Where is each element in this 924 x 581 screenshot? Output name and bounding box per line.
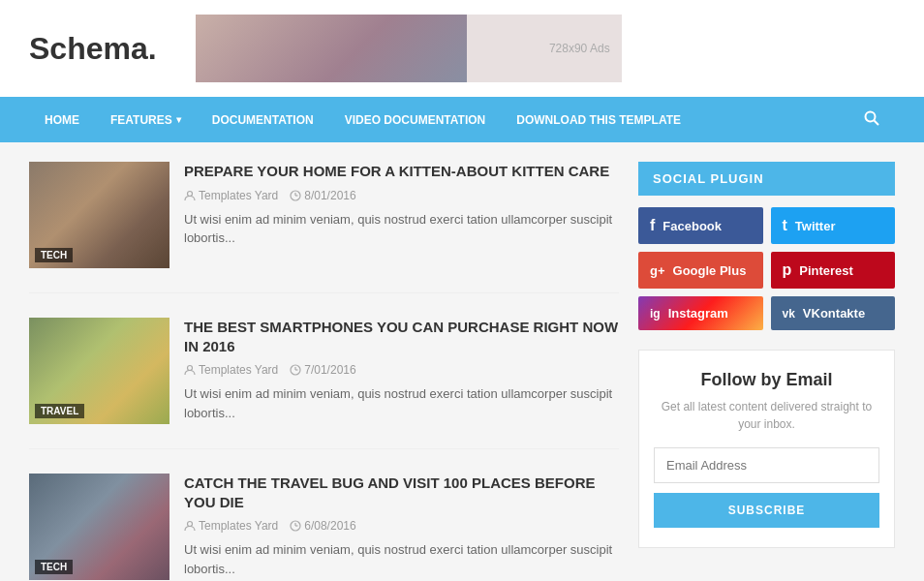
social-plugin: SOCIAL PLUGIN f Facebook t Twitter g+ Go… [638,162,895,330]
nav-features[interactable]: FEATURES ▾ [95,100,197,140]
twitter-button[interactable]: t Twitter [771,207,896,244]
svg-point-6 [188,366,193,371]
google-plus-icon: g+ [650,263,665,278]
article-title[interactable]: PREPARE YOUR HOME FOR A KITTEN-ABOUT KIT… [184,162,619,181]
email-input[interactable] [654,447,879,483]
article-date: 6/08/2016 [290,519,355,533]
instagram-button[interactable]: ig Instagram [638,296,763,330]
article-item: TECH PREPARE YOUR HOME FOR A KITTEN-ABOU… [29,162,619,293]
nav-documentation[interactable]: DOCUMENTATION [197,100,329,140]
follow-email-desc: Get all latest content delivered straigh… [654,398,879,433]
ad-banner-image: 728x90 Ads [196,15,622,82]
article-author: Templates Yard [184,189,278,202]
article-author: Templates Yard [184,363,278,377]
svg-point-0 [866,112,876,122]
article-title[interactable]: CATCH THE TRAVEL BUG AND VISIT 100 PLACE… [184,474,619,511]
article-excerpt: Ut wisi enim ad minim veniam, quis nostr… [184,540,619,578]
article-excerpt: Ut wisi enim ad minim veniam, quis nostr… [184,210,619,248]
follow-email-widget: Follow by Email Get all latest content d… [638,350,895,548]
vk-icon: vk [783,307,795,321]
svg-point-2 [188,191,193,196]
logo-text: Schema [29,31,148,66]
logo-dot: . [148,31,157,66]
sidebar: SOCIAL PLUGIN f Facebook t Twitter g+ Go… [638,162,895,581]
article-tag: TECH [35,248,73,262]
article-list: TECH PREPARE YOUR HOME FOR A KITTEN-ABOU… [29,162,619,581]
svg-line-1 [875,121,879,126]
social-grid: f Facebook t Twitter g+ Google Plus p Pi… [638,207,895,330]
article-meta: Templates Yard 6/08/2016 [184,519,619,533]
subscribe-button[interactable]: SUBSCRIBE [654,493,879,528]
search-button[interactable] [848,97,895,142]
facebook-button[interactable]: f Facebook [638,207,763,244]
header: Schema. 728x90 Ads [0,0,924,97]
pinterest-button[interactable]: p Pinterest [771,252,896,289]
follow-email-title: Follow by Email [654,370,879,390]
article-tag: TRAVEL [35,404,84,418]
article-date: 8/01/2016 [290,189,355,202]
article-tag: TECH [35,560,73,574]
nav-home[interactable]: HOME [29,100,95,140]
article-meta: Templates Yard 8/01/2016 [184,189,619,202]
chevron-down-icon: ▾ [176,114,181,125]
article-thumbnail[interactable]: TRAVEL [29,318,169,424]
pinterest-icon: p [783,261,792,279]
article-date: 7/01/2016 [290,363,355,377]
article-body: PREPARE YOUR HOME FOR A KITTEN-ABOUT KIT… [184,162,619,268]
article-item: TECH CATCH THE TRAVEL BUG AND VISIT 100 … [29,474,619,581]
article-excerpt: Ut wisi enim ad minim veniam, quis nostr… [184,384,619,422]
navigation: HOME FEATURES ▾ DOCUMENTATION VIDEO DOCU… [0,97,924,142]
article-body: CATCH THE TRAVEL BUG AND VISIT 100 PLACE… [184,474,619,580]
social-plugin-header: SOCIAL PLUGIN [638,162,895,196]
vkontakte-button[interactable]: vk VKontakte [771,296,896,330]
article-author: Templates Yard [184,519,278,533]
logo[interactable]: Schema. [29,31,157,67]
article-thumbnail[interactable]: TECH [29,474,169,580]
twitter-icon: t [783,217,787,234]
facebook-icon: f [650,217,655,234]
instagram-icon: ig [650,307,661,321]
nav-download[interactable]: DOWNLOAD THIS TEMPLATE [501,100,696,140]
ad-text: 728x90 Ads [549,42,610,55]
article-meta: Templates Yard 7/01/2016 [184,363,619,377]
article-body: THE BEST SMARTPHONES YOU CAN PURCHASE RI… [184,318,619,424]
article-item: TRAVEL THE BEST SMARTPHONES YOU CAN PURC… [29,318,619,449]
article-thumbnail[interactable]: TECH [29,162,169,268]
google-plus-button[interactable]: g+ Google Plus [638,252,763,289]
nav-video-documentation[interactable]: VIDEO DOCUMENTATION [329,100,502,140]
main-content: TECH PREPARE YOUR HOME FOR A KITTEN-ABOU… [0,142,924,581]
svg-point-10 [188,522,193,527]
article-title[interactable]: THE BEST SMARTPHONES YOU CAN PURCHASE RI… [184,318,619,355]
